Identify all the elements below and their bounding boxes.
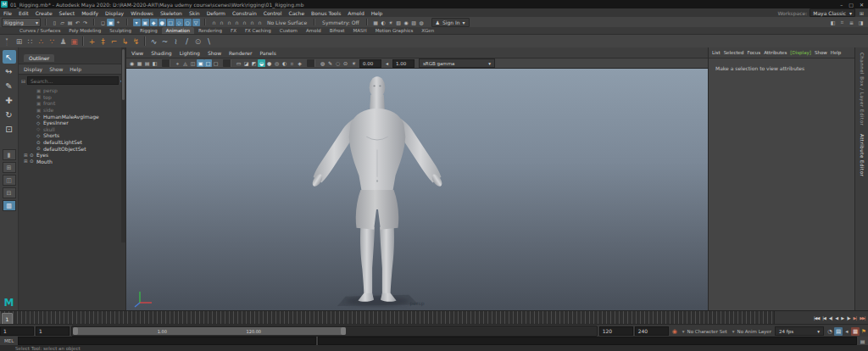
selection-mode-icon[interactable]: ◆ [150, 19, 158, 26]
quick-layout-button[interactable]: ▥ [3, 200, 16, 211]
menu-item[interactable]: Windows [127, 10, 157, 16]
filter-icon[interactable]: ⊟ [21, 78, 25, 84]
menu-item[interactable]: Arnold [344, 10, 367, 16]
shelf-tab[interactable]: Custom [275, 27, 302, 34]
outliner-search-input[interactable] [27, 76, 119, 85]
menu-item[interactable]: Control [260, 10, 286, 16]
outliner-menu-item[interactable]: Show [49, 66, 63, 72]
snap-magnet-icon[interactable]: ∩ [256, 19, 264, 26]
viewport-toolbar-icon[interactable]: ◒ [258, 59, 265, 67]
shelf-tab[interactable]: Rendering [194, 27, 226, 34]
viewport-toolbar-icon[interactable] [162, 59, 170, 67]
shelf-tab[interactable]: Arnold [302, 27, 326, 34]
toolbox-tool[interactable]: ↬ [3, 64, 16, 78]
workspace-toggle-icon[interactable]: ◨ [857, 19, 865, 26]
selection-mask-icon[interactable]: ▣ [107, 19, 114, 26]
render-action-icon[interactable]: ◐ [380, 19, 387, 26]
shelf-tool-icon[interactable]: ‡ [97, 36, 108, 47]
shelf-tool-icon[interactable]: ~ [159, 36, 170, 47]
view-transform-selector[interactable]: sRGB gamma ▾ [419, 58, 495, 68]
menu-item[interactable]: Help [368, 10, 387, 16]
file-action-icon[interactable]: ▱ [58, 19, 66, 26]
viewport-menu-item[interactable]: Renderer [229, 50, 252, 56]
menu-item[interactable]: Bonus Tools [308, 10, 344, 16]
viewport-toolbar-icon[interactable]: ◧ [151, 59, 159, 67]
viewport-toolbar-icon[interactable]: ✎ [326, 59, 334, 67]
playback-transport-button[interactable]: |▶ [846, 315, 852, 320]
snap-magnet-icon[interactable]: ∩ [225, 19, 233, 26]
gamma-field[interactable]: 1.00 [392, 59, 415, 68]
playback-transport-button[interactable]: |◀ [821, 315, 827, 320]
shelf-tool-icon[interactable]: ↳ [120, 36, 131, 47]
outliner-item[interactable]: ⊞ ⊙ Mouth [19, 159, 125, 165]
file-action-icon[interactable]: ↶ [74, 19, 81, 26]
shelf-tool-icon[interactable] [144, 36, 146, 46]
viewport-toolbar-icon[interactable]: □ [204, 59, 212, 67]
character-set-selector[interactable]: ▾ No Character Set [681, 329, 729, 334]
mel-label[interactable]: MEL [2, 338, 16, 343]
range-start-handle[interactable] [73, 327, 78, 335]
shelf-tool-icon[interactable]: ≀ [170, 36, 181, 47]
playback-option-icon[interactable]: ⚑ [860, 327, 868, 336]
animation-end-field[interactable]: 240 [635, 326, 669, 336]
render-action-icon[interactable]: ◍ [418, 19, 426, 26]
range-end-handle[interactable] [341, 327, 346, 335]
quick-layout-button[interactable]: ⊟ [3, 187, 16, 198]
window-control-button[interactable]: ✕ [860, 2, 864, 8]
menu-item[interactable]: Skin [186, 10, 203, 16]
selection-mask-icon[interactable]: ◻ [99, 19, 107, 26]
toolbox-tool[interactable]: ↖ [3, 50, 16, 64]
viewport-toolbar-icon[interactable]: ⌖ [174, 59, 181, 67]
viewport-toolbar-icon[interactable]: ◩ [250, 59, 258, 67]
viewport-menu-item[interactable]: Shading [151, 50, 171, 56]
shelf-tab[interactable]: Poly Modeling [64, 27, 105, 34]
attribute-editor-menu-item[interactable]: Show [815, 50, 827, 55]
exposure-icon[interactable]: ☀ [350, 59, 358, 67]
animation-start-field[interactable]: 1 [0, 326, 34, 336]
shelf-tool-icon[interactable]: ∵ [47, 36, 58, 47]
outliner-title-tab[interactable]: Outliner [24, 54, 54, 62]
expand-toggle-icon[interactable]: ⊞ [24, 153, 30, 158]
character-model[interactable] [294, 74, 460, 308]
selection-mode-icon[interactable]: ▽ [192, 19, 200, 26]
anim-layer-selector[interactable]: ▾ No Anim Layer [731, 329, 773, 334]
shelf-tool-icon[interactable]: ∿ [148, 36, 159, 47]
shelf-tool-icon[interactable]: \ [203, 36, 214, 47]
playback-option-icon[interactable]: ◔ [826, 327, 834, 336]
script-editor-icon[interactable]: ▤ [859, 337, 866, 345]
workspace-toggle-icon[interactable]: ⌗ [838, 19, 846, 26]
viewport-menu-item[interactable]: Panels [259, 50, 275, 56]
side-panel-tab[interactable]: Channel Box / Layer Editor [860, 53, 865, 125]
outliner-menu-item[interactable]: Help [70, 66, 81, 72]
attribute-editor-menu-item[interactable]: [Display] [790, 50, 811, 55]
snap-magnet-icon[interactable]: ∩ [218, 19, 225, 26]
file-action-icon[interactable]: ▯ [51, 19, 58, 26]
render-action-icon[interactable]: ▦ [372, 19, 380, 26]
viewport-menu-item[interactable]: Show [208, 50, 221, 56]
playback-transport-button[interactable]: ◀| [827, 315, 833, 320]
viewport-menu-item[interactable]: View [131, 50, 143, 56]
attribute-editor-menu-item[interactable]: Help [831, 50, 842, 55]
auto-keyframe-toggle-icon[interactable]: ◉ [672, 328, 677, 335]
outliner-item[interactable]: ◇ Shorts [19, 132, 125, 139]
shelf-tab[interactable]: Curves / Surfaces [15, 27, 64, 34]
viewport-menu-item[interactable]: Lighting [180, 50, 200, 56]
viewport-toolbar-icon[interactable]: ◎ [273, 59, 281, 67]
selection-mode-icon[interactable]: ● [159, 19, 166, 26]
shelf-tab[interactable]: FX [226, 27, 241, 34]
time-slider-track[interactable]: 1 [0, 311, 774, 325]
shelf-tool-icon[interactable]: ∷ [25, 36, 36, 47]
viewport-toolbar-icon[interactable]: ◪ [242, 59, 250, 67]
outliner-item[interactable]: ◇ EyesInner [19, 120, 125, 126]
viewport-toolbar-icon[interactable]: ◌ [334, 59, 342, 67]
outliner-item[interactable]: ▣ front [19, 100, 125, 107]
selection-mode-icon[interactable]: □ [167, 19, 175, 26]
playback-transport-button[interactable]: ◀ [834, 315, 839, 320]
shelf-tool-icon[interactable]: ⊞ [14, 36, 25, 47]
menu-item[interactable]: Modify [78, 10, 102, 16]
file-action-icon[interactable]: ▤ [66, 19, 74, 26]
command-input[interactable] [18, 337, 316, 345]
selection-mode-icon[interactable]: ▾ [133, 19, 141, 26]
playback-transport-button[interactable]: |◀◀ [812, 315, 820, 320]
range-slider-track[interactable]: 1.00 120.00 [71, 326, 598, 337]
